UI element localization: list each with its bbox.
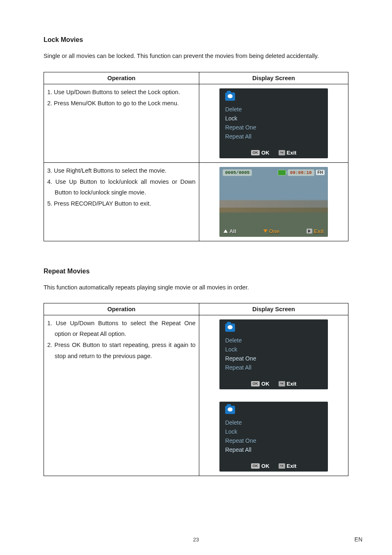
menu-item-repeat-one: Repeat One	[225, 123, 322, 132]
camera-button-bar: OK OK ↪ Exit	[219, 463, 328, 469]
camera-menu-list: Delete Lock Repeat One Repeat All	[225, 336, 322, 372]
lock-step4: 4. Use Up Button to lock/unlock all movi…	[47, 176, 196, 198]
playback-exit-label: Exit	[314, 228, 324, 234]
lock-step2: 2. Press Menu/OK Button to go to the Loc…	[47, 98, 196, 109]
exit-button-hint: ↪ Exit	[279, 463, 297, 469]
down-arrow-icon	[263, 229, 267, 233]
ok-button-hint: OK OK	[251, 381, 270, 387]
fh-badge: FH	[316, 170, 325, 175]
intro-repeat-movies: This function automatically repeats play…	[44, 282, 348, 293]
table-repeat-movies: Operation Display Screen 1. Use Up/Down …	[44, 303, 348, 476]
repeat-row1-display: Delete Lock Repeat One Repeat All OK OK …	[199, 315, 348, 476]
exit-label: Exit	[287, 150, 297, 156]
playback-time: 00:06:10	[288, 169, 314, 176]
menu-item-repeat-one: Repeat One	[225, 436, 322, 445]
playback-topbar: 0005/0005 00:06:10 FH	[223, 169, 325, 176]
lock-step3: 3. Use Right/Left Buttons to select the …	[47, 165, 196, 176]
playback-scene-body	[219, 200, 328, 213]
document-page: Lock Movies Single or all movies can be …	[0, 0, 392, 555]
playback-all-hint: All	[224, 228, 236, 234]
menu-item-lock: Lock	[225, 427, 322, 436]
exit-button-hint: ↪ Exit	[279, 381, 297, 387]
camera-playback-screen: 0005/0005 00:06:10 FH All	[219, 167, 328, 237]
ok-label: OK	[261, 381, 270, 387]
exit-chip: ↪	[279, 381, 285, 386]
exit-chip: ↪	[279, 463, 285, 469]
camera-icon	[225, 92, 235, 101]
lock-step5: 5. Press RECORD/PLAY Button to exit.	[47, 198, 196, 209]
camera-button-bar: OK OK ↪ Exit	[219, 381, 328, 387]
menu-item-repeat-all: Repeat All	[225, 132, 322, 141]
ok-label: OK	[261, 463, 270, 469]
camera-icon	[225, 406, 235, 414]
camera-menu-screen-repeat-all: Delete Lock Repeat One Repeat All OK OK …	[219, 402, 328, 472]
camera-menu-list: Delete Lock Repeat One Repeat All	[225, 418, 322, 454]
page-number: 23	[0, 536, 392, 543]
menu-item-repeat-one: Repeat One	[225, 354, 322, 363]
th-display-screen-2: Display Screen	[199, 303, 348, 315]
intro-lock-movies: Single or all movies can be locked. This…	[44, 51, 348, 61]
camera-button-bar: OK OK ↪ Exit	[219, 150, 328, 156]
menu-item-delete: Delete	[225, 418, 322, 427]
repeat-step1: 1. Use Up/Down Buttons to select the Rep…	[47, 318, 196, 339]
camera-menu-screen-repeat-one: Delete Lock Repeat One Repeat All OK OK …	[219, 319, 328, 389]
exit-label: Exit	[287, 381, 297, 387]
playback-one-hint: One	[263, 228, 279, 234]
menu-item-lock: Lock	[225, 114, 322, 123]
th-display-screen: Display Screen	[199, 72, 348, 84]
ok-label: OK	[261, 150, 270, 156]
page-language: EN	[355, 536, 362, 543]
playback-exit-hint: Exit	[307, 228, 324, 234]
camera-icon	[225, 324, 235, 332]
heading-lock-movies: Lock Movies	[44, 36, 348, 44]
lock-row1-display: Delete Lock Repeat One Repeat All OK OK …	[199, 84, 348, 162]
menu-item-repeat-all: Repeat All	[225, 445, 322, 454]
ok-chip: OK	[251, 463, 260, 469]
repeat-row1-operation: 1. Use Up/Down Buttons to select the Rep…	[44, 315, 199, 476]
heading-repeat-movies: Repeat Movies	[44, 268, 348, 275]
lock-row1-operation: 1. Use Up/Down Buttons to select the Loc…	[44, 84, 199, 162]
playback-one-label: One	[269, 228, 279, 234]
menu-item-repeat-all: Repeat All	[225, 363, 322, 372]
repeat-step2: 2. Press OK Button to start repeating, p…	[47, 340, 196, 361]
up-arrow-icon	[224, 229, 228, 233]
battery-icon	[278, 170, 286, 176]
th-operation: Operation	[44, 72, 199, 84]
camera-menu-screen-lock: Delete Lock Repeat One Repeat All OK OK …	[219, 88, 328, 158]
th-operation-2: Operation	[44, 303, 199, 315]
lock-row2-display: 0005/0005 00:06:10 FH All	[199, 162, 348, 241]
exit-button-hint: ↪ Exit	[279, 150, 297, 156]
exit-label: Exit	[287, 463, 297, 469]
playback-all-label: All	[229, 228, 236, 234]
menu-item-delete: Delete	[225, 336, 322, 345]
exit-chip: ↪	[279, 150, 285, 155]
lock-row2-operation: 3. Use Right/Left Buttons to select the …	[44, 162, 199, 241]
menu-item-lock: Lock	[225, 345, 322, 354]
lock-step1: 1. Use Up/Down Buttons to select the Loc…	[47, 87, 196, 97]
menu-item-delete: Delete	[225, 105, 322, 114]
table-lock-movies: Operation Display Screen 1. Use Up/Down …	[44, 72, 348, 241]
ok-button-hint: OK OK	[251, 463, 270, 469]
camera-menu-list: Delete Lock Repeat One Repeat All	[225, 105, 322, 141]
playback-counter: 0005/0005	[223, 169, 252, 176]
playback-bottombar: All One Exit	[224, 228, 324, 234]
ok-chip: OK	[251, 150, 260, 155]
ok-button-hint: OK OK	[251, 150, 270, 156]
play-exit-icon	[307, 229, 312, 234]
ok-chip: OK	[251, 381, 260, 386]
